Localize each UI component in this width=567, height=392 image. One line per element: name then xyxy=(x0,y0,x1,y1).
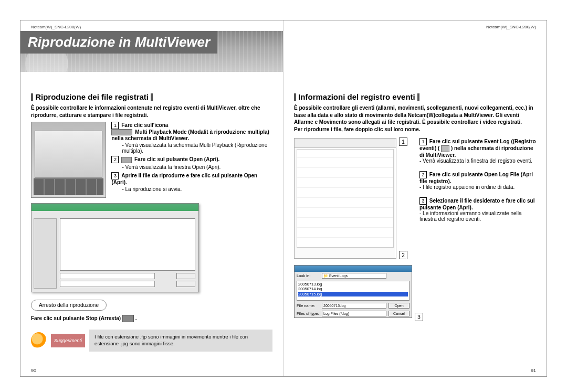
r-step-2-marker: 2 xyxy=(419,171,427,178)
r-step-2-note: - I file registro appaiono in ordine di … xyxy=(419,184,536,190)
event-log-icon xyxy=(441,145,449,152)
step-1-note: - Verrà visualizzata la schermata Multi … xyxy=(122,142,272,154)
cancel-button: Cancel xyxy=(388,311,410,316)
stop-instruction: Fare clic sul pulsante Stop (Arresta) . xyxy=(31,315,272,322)
stop-playback-heading: Arresto della riproduzione xyxy=(31,300,107,311)
r-step-2-title: Fare clic sul pulsante Open Log File (Ap… xyxy=(419,172,533,184)
lookin-label: Look in: xyxy=(297,273,320,278)
page-number-left: 90 xyxy=(31,368,36,373)
step-2-marker: 2 xyxy=(111,156,119,163)
tip-mascot-icon xyxy=(31,332,47,349)
r-step-3-marker: 3 xyxy=(419,197,427,205)
tip-text: I file con estensione .fjp sono immagini… xyxy=(89,330,272,352)
r-step-1-marker: 1 xyxy=(419,138,427,145)
open-button: Open xyxy=(388,303,410,309)
filetype-field: Log Files (*.log) xyxy=(322,311,386,316)
step-1-subtitle: Multi Playback Mode (Modalit à riproduzi… xyxy=(111,129,269,141)
step-3-note: - La riproduzione si avvia. xyxy=(122,186,272,192)
left-intro: È possibile controllare le informazioni … xyxy=(31,104,272,119)
open-log-dialog-screenshot: Look in: 📁 Event Logs 20050713.log 20050… xyxy=(294,265,412,318)
left-section-title: Riproduzione dei file registrati xyxy=(31,92,272,101)
filename-label: File name: xyxy=(297,303,320,308)
step-1-title: Fare clic sull'icona xyxy=(121,122,168,128)
open-file-dialog-screenshot xyxy=(31,203,199,292)
tip-label: Suggerimenti xyxy=(51,334,85,347)
chapter-title: Riproduzione in MultiViewer xyxy=(20,31,217,54)
multiviewer-playback-screenshot xyxy=(31,122,106,198)
chapter-banner: Riproduzione in MultiViewer xyxy=(20,31,283,72)
step-2-title: Fare clic sul pulsante Open (Apri). xyxy=(134,156,219,162)
step-1-marker: 1 xyxy=(111,122,119,129)
running-head-right: Netcam(W)_SNC-L200(W) xyxy=(294,25,536,29)
step-3-marker: 3 xyxy=(111,172,119,179)
right-section-title: Informazioni del registro eventi xyxy=(294,92,536,101)
right-intro: È possibile controllare gli eventi (alla… xyxy=(294,104,536,133)
lookin-field: 📁 Event Logs xyxy=(322,273,386,279)
r-step-3-note: - Le informazioni verranno visualizzate … xyxy=(419,210,536,222)
callout-3: 3 xyxy=(415,313,423,321)
page-number-right: 91 xyxy=(531,368,536,373)
multi-playback-icon xyxy=(111,129,132,135)
event-log-window-screenshot: 1 2 xyxy=(294,138,396,259)
stop-button-icon xyxy=(122,315,134,322)
callout-1: 1 xyxy=(399,137,407,146)
r-step-1-note: - Verrà visualizzata la finestra del reg… xyxy=(419,158,536,164)
log-file-list: 20050713.log 20050714.log 20050715.log xyxy=(297,281,410,301)
step-2-note: - Verrà visualizzata la finestra Open (A… xyxy=(122,164,272,170)
step-3-title: Aprire il file da riprodurre e fare clic… xyxy=(111,173,257,185)
r-step-3-title: Selezionare il file desiderato e fare cl… xyxy=(419,198,534,210)
callout-2: 2 xyxy=(399,251,407,259)
open-button-icon xyxy=(121,157,132,163)
filename-field: 20050715.log xyxy=(322,303,386,309)
running-head-left: Netcam(W)_SNC-L200(W) xyxy=(31,25,272,29)
filetype-label: Files of type: xyxy=(297,311,320,316)
